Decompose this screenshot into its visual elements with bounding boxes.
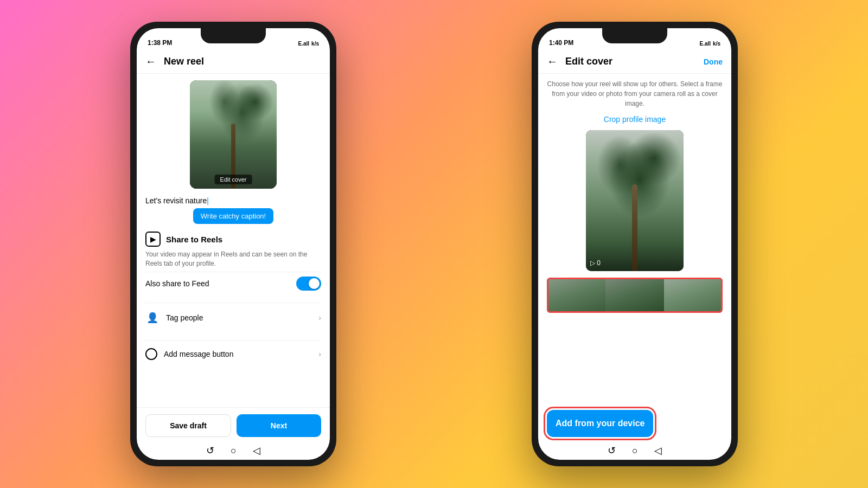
phone2-body: Choose how your reel will show up for ot… (538, 74, 731, 318)
feed-toggle-row: Also share to Feed (145, 272, 321, 295)
feed-toggle-label: Also share to Feed (145, 279, 209, 288)
done-button[interactable]: Done (704, 57, 723, 66)
nav-rotate-1[interactable]: ↺ (206, 445, 214, 457)
back-button-2[interactable]: ← (547, 55, 558, 68)
nav-back-2[interactable]: ◁ (654, 445, 662, 457)
status-time-2: 1:40 PM (549, 39, 573, 47)
status-icons-2: E.all k/s (700, 41, 720, 47)
tag-people-item[interactable]: 👤 Tag people › (145, 303, 321, 332)
tag-people-icon: 👤 (145, 311, 159, 325)
nav-back-1[interactable]: ◁ (253, 445, 260, 457)
signal-icon-1: E.all (298, 41, 310, 47)
notch-1 (201, 28, 266, 43)
large-palm-image (586, 130, 684, 271)
share-title: Share to Reels (166, 235, 222, 244)
add-message-chevron: › (318, 350, 321, 358)
header-2: ← Edit cover Done (538, 50, 731, 74)
share-desc: Your video may appear in Reels and can b… (145, 250, 321, 268)
tag-people-label: Tag people (166, 313, 203, 322)
add-message-left: Add message button (145, 348, 233, 360)
phone-2: 1:40 PM E.all k/s ← Edit cover Done Choo… (532, 22, 738, 466)
back-button-1[interactable]: ← (145, 55, 156, 68)
nav-rotate-2[interactable]: ↺ (608, 445, 616, 457)
tag-people-left: 👤 Tag people (145, 311, 203, 325)
caption-area: Let's revisit nature Write catchy captio… (145, 196, 321, 224)
tag-people-chevron: › (318, 313, 321, 322)
phone1-body: Edit cover Let's revisit nature Write ca… (137, 74, 330, 374)
home-indicator-2: ↺ ○ ◁ (538, 444, 731, 460)
battery-icon-1: k/s (311, 41, 319, 47)
signal-icon-2: E.all (700, 41, 711, 47)
video-counter: ▷ 0 (590, 259, 601, 267)
edit-cover-desc: Choose how your reel will show up for ot… (547, 79, 723, 108)
bottom-buttons-1: Save draft Next (137, 407, 330, 444)
status-icons-1: E.all k/s (298, 41, 319, 47)
phone-1: 1:38 PM E.all k/s ← New reel Edit cover (130, 22, 336, 466)
share-header: ▶ Share to Reels (145, 232, 321, 247)
feed-toggle[interactable] (296, 277, 321, 291)
notch-2 (602, 28, 667, 43)
nav-home-1[interactable]: ○ (231, 445, 237, 457)
large-video-preview[interactable]: ▷ 0 (586, 130, 684, 271)
save-draft-button[interactable]: Save draft (145, 414, 231, 437)
add-from-device-button[interactable]: Add from your device (547, 410, 653, 437)
catchy-caption-button[interactable]: Write catchy caption! (193, 208, 273, 224)
next-button[interactable]: Next (237, 414, 321, 437)
video-preview-1[interactable]: Edit cover (190, 80, 277, 189)
add-device-container: Add from your device (538, 406, 731, 444)
status-time-1: 1:38 PM (148, 39, 172, 47)
palm-image-1 (190, 80, 277, 189)
page-title-2: Edit cover (565, 56, 612, 67)
caption-text[interactable]: Let's revisit nature (145, 196, 321, 205)
add-message-icon (145, 348, 157, 360)
film-strip[interactable] (547, 278, 723, 313)
crop-profile-link[interactable]: Crop profile image (547, 115, 723, 124)
edit-cover-label: Edit cover (215, 175, 252, 184)
reels-icon: ▶ (145, 232, 161, 247)
header-1: ← New reel (137, 50, 330, 74)
battery-icon-2: k/s (713, 41, 720, 47)
share-section: ▶ Share to Reels Your video may appear i… (145, 232, 321, 295)
add-message-label: Add message button (164, 350, 233, 358)
page-title-1: New reel (164, 56, 204, 67)
film-highlight (547, 278, 723, 313)
nav-home-2[interactable]: ○ (632, 445, 638, 457)
home-indicator-1: ↺ ○ ◁ (137, 444, 330, 460)
add-message-item[interactable]: Add message button › (145, 340, 321, 368)
